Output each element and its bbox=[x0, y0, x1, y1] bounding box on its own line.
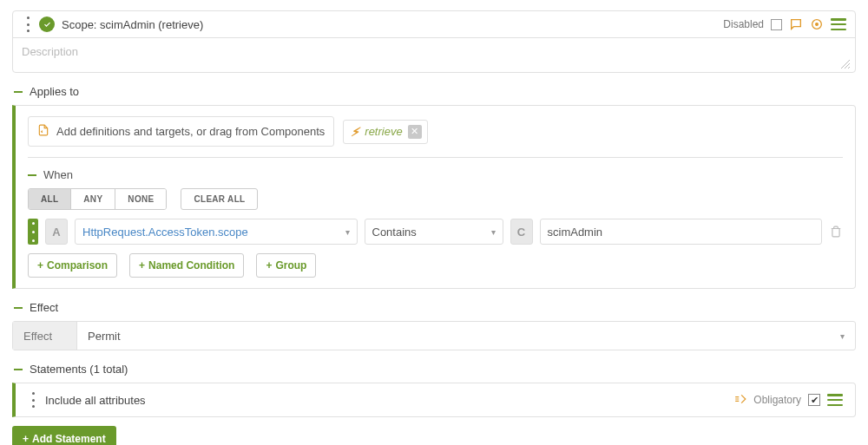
chevron-down-icon: ▾ bbox=[491, 227, 496, 237]
logic-segmented: ALL ANY NONE bbox=[28, 188, 167, 210]
menu-icon[interactable] bbox=[831, 18, 846, 30]
logic-any-button[interactable]: ANY bbox=[71, 189, 115, 209]
value-input[interactable]: scimAdmin bbox=[540, 219, 823, 245]
applies-to-header: Applies to bbox=[12, 85, 856, 98]
attribute-select[interactable]: HttpRequest.AccessToken.scope ▾ bbox=[75, 219, 358, 245]
effect-row: Effect Permit ▾ bbox=[12, 321, 856, 350]
disabled-label: Disabled bbox=[723, 18, 764, 30]
applies-to-panel: Add definitions and targets, or drag fro… bbox=[12, 105, 856, 289]
statement-actions: Obligatory ✔ bbox=[734, 393, 843, 408]
chip-label: retrieve bbox=[365, 125, 402, 138]
definitions-row: Add definitions and targets, or drag fro… bbox=[28, 116, 843, 147]
effect-header: Effect bbox=[12, 301, 856, 314]
statements-header: Statements (1 total) bbox=[12, 363, 856, 376]
when-heading: When bbox=[43, 168, 73, 181]
add-comparison-button[interactable]: Comparison bbox=[28, 253, 117, 278]
divider bbox=[28, 157, 843, 158]
add-definitions-label: Add definitions and targets, or drag fro… bbox=[56, 125, 325, 138]
add-definitions-button[interactable]: Add definitions and targets, or drag fro… bbox=[28, 116, 334, 147]
collapse-icon[interactable] bbox=[28, 174, 36, 176]
effect-label: Effect bbox=[13, 322, 77, 350]
statements-heading: Statements (1 total) bbox=[30, 363, 128, 376]
document-icon bbox=[37, 123, 49, 140]
attribute-token: HttpRequest.AccessToken.scope bbox=[82, 226, 248, 239]
add-group-button[interactable]: Group bbox=[256, 253, 316, 278]
effect-select[interactable]: Permit ▾ bbox=[77, 322, 855, 350]
collapse-icon[interactable] bbox=[14, 369, 23, 370]
description-area bbox=[13, 38, 855, 72]
applies-to-chip: ⚡︎ retrieve ✕ bbox=[343, 120, 427, 144]
condition-drag-handle-icon[interactable] bbox=[28, 219, 38, 245]
add-statement-button[interactable]: Add Statement bbox=[12, 426, 116, 445]
drag-handle-icon[interactable] bbox=[22, 16, 34, 32]
header-actions: Disabled bbox=[723, 17, 846, 31]
condition-row: A HttpRequest.AccessToken.scope ▾ Contai… bbox=[28, 219, 843, 245]
clear-all-button[interactable]: CLEAR ALL bbox=[181, 188, 258, 210]
scope-card: Scope: scimAdmin (retrieve) Disabled bbox=[12, 10, 856, 73]
add-named-condition-button[interactable]: Named Condition bbox=[129, 253, 244, 278]
disabled-checkbox[interactable] bbox=[771, 19, 782, 30]
operator-select[interactable]: Contains ▾ bbox=[365, 219, 503, 245]
effect-heading: Effect bbox=[30, 301, 58, 314]
statement-item: Include all attributes Obligatory ✔ bbox=[12, 383, 856, 417]
target-icon[interactable] bbox=[810, 17, 824, 31]
card-header: Scope: scimAdmin (retrieve) Disabled bbox=[13, 11, 855, 38]
obligatory-checkbox[interactable]: ✔ bbox=[808, 394, 820, 406]
drag-handle-icon[interactable] bbox=[28, 392, 38, 408]
checkmark-icon bbox=[39, 16, 55, 32]
right-type-badge[interactable]: C bbox=[510, 219, 533, 245]
chevron-down-icon: ▾ bbox=[840, 331, 845, 341]
applies-to-heading: Applies to bbox=[30, 85, 79, 98]
menu-icon[interactable] bbox=[827, 394, 843, 406]
obligatory-icon bbox=[734, 393, 746, 408]
collapse-icon[interactable] bbox=[14, 91, 23, 93]
comment-icon[interactable] bbox=[789, 17, 803, 31]
effect-value: Permit bbox=[88, 330, 121, 343]
operator-value: Contains bbox=[372, 226, 417, 239]
obligatory-label: Obligatory bbox=[753, 394, 801, 406]
when-header: When bbox=[28, 168, 843, 181]
card-title: Scope: scimAdmin (retrieve) bbox=[62, 18, 203, 31]
lightning-icon: ⚡︎ bbox=[351, 125, 359, 139]
collapse-icon[interactable] bbox=[14, 307, 23, 309]
description-textarea[interactable] bbox=[13, 38, 855, 69]
when-controls: ALL ANY NONE CLEAR ALL bbox=[28, 188, 843, 210]
svg-point-1 bbox=[816, 23, 819, 26]
statement-title: Include all attributes bbox=[45, 394, 146, 407]
when-add-row: Comparison Named Condition Group bbox=[28, 253, 843, 278]
left-type-badge[interactable]: A bbox=[45, 219, 68, 245]
delete-condition-icon[interactable] bbox=[829, 219, 843, 245]
logic-none-button[interactable]: NONE bbox=[115, 189, 166, 209]
value-text: scimAdmin bbox=[548, 226, 603, 239]
logic-all-button[interactable]: ALL bbox=[29, 189, 71, 209]
chip-remove-icon[interactable]: ✕ bbox=[408, 125, 422, 139]
chevron-down-icon: ▾ bbox=[345, 227, 350, 237]
